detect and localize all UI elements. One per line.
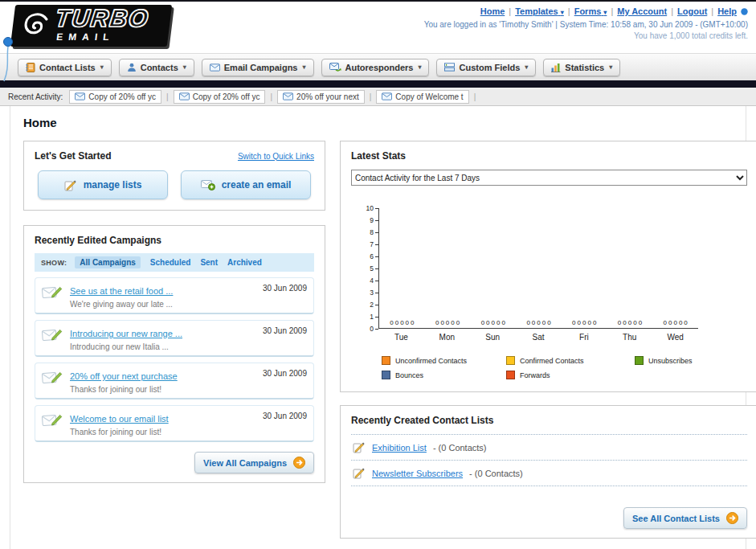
chart-value-label: 0 xyxy=(497,319,500,326)
chevron-down-icon: ▾ xyxy=(183,64,186,71)
chart-value-label: 0 xyxy=(446,319,449,326)
form-field-icon xyxy=(444,63,455,72)
recent-activity-label: Recent Activity: xyxy=(8,92,63,101)
campaigns-panel: Recently Edited Campaigns SHOW: All Camp… xyxy=(23,225,325,483)
view-all-campaigns-button[interactable]: View All Campaigns xyxy=(194,452,314,473)
envelope-pencil-icon xyxy=(42,369,63,386)
filter-archived[interactable]: Archived xyxy=(227,258,262,267)
recent-activity-item[interactable]: 20% off your next xyxy=(277,90,365,104)
campaign-title-link[interactable]: Introducing our new range ... xyxy=(70,329,182,338)
recent-activity-item[interactable]: Copy of 20% off yc xyxy=(69,90,161,104)
top-link-logout[interactable]: Logout xyxy=(677,6,707,16)
main-nav: Contact Lists▾Contacts▾Email Campaigns▾A… xyxy=(0,53,756,80)
contact-list-link[interactable]: Exhibition List xyxy=(372,443,427,453)
recent-activity-item[interactable]: Copy of Welcome t xyxy=(376,90,468,104)
stats-period-select[interactable]: Contact Activity for the Last 7 Days xyxy=(351,170,747,186)
envelope-pencil-icon xyxy=(42,412,63,428)
nav-tab-label: Email Campaigns xyxy=(224,63,298,72)
legend-swatch xyxy=(506,371,515,379)
legend-item: Unconfirmed Contacts xyxy=(382,356,506,365)
columns: Let's Get Started Switch to Quick Links … xyxy=(23,141,733,539)
view-all-campaigns-label: View All Campaigns xyxy=(203,458,287,468)
filter-all-campaigns[interactable]: All Campaigns xyxy=(75,256,140,268)
logo-title: TURBO xyxy=(54,7,150,31)
recent-activity-item-label: 20% off your next xyxy=(296,92,359,101)
campaign-item: Introducing our new range ...Introducing… xyxy=(35,320,314,357)
credits-text: You have 1,000 total credits left. xyxy=(424,31,748,40)
button-label: manage lists xyxy=(84,179,142,191)
get-started-buttons: manage listscreate an email xyxy=(35,170,314,201)
legend-swatch xyxy=(382,356,390,365)
top-link-my-account[interactable]: My Account xyxy=(617,6,667,16)
campaign-title-link[interactable]: See us at the retail food ... xyxy=(70,286,173,296)
contact-list-item: Exhibition List- (0 Contacts) xyxy=(351,434,747,461)
logo-text: TURBO EMAIL xyxy=(52,7,150,43)
see-all-contact-lists-button[interactable]: See All Contact Lists xyxy=(623,507,747,529)
nav-divider-bar xyxy=(0,80,756,88)
recent-activity-item[interactable]: Copy of 20% off yc xyxy=(174,90,266,104)
contact-list-item: Newsletter Subscribers- (0 Contacts) xyxy=(351,461,747,486)
chart-group: 00000 xyxy=(652,319,698,326)
contact-lists-title: Recently Created Contact Lists xyxy=(351,415,747,426)
legend-item: Confirmed Contacts xyxy=(506,356,635,365)
chart-value-label: 0 xyxy=(684,319,687,326)
contact-list-link[interactable]: Newsletter Subscribers xyxy=(372,469,463,478)
nav-tab-label: Statistics xyxy=(565,63,604,72)
chart-value-label: 0 xyxy=(435,319,439,326)
chevron-down-icon: ▾ xyxy=(100,64,104,71)
show-label: SHOW: xyxy=(41,259,67,267)
legend-item: Bounces xyxy=(382,371,506,379)
campaign-date: 30 Jun 2009 xyxy=(263,284,307,293)
campaign-date: 30 Jun 2009 xyxy=(263,326,307,335)
envelope-pencil-icon xyxy=(42,326,63,343)
top-link-templates[interactable]: Templates ▾ xyxy=(515,6,564,16)
separator: | xyxy=(370,92,372,101)
contact-list-count: - (0 Contacts) xyxy=(469,469,523,478)
chart-value-label: 0 xyxy=(587,319,590,326)
get-started-title: Let's Get Started xyxy=(35,150,112,162)
campaign-title-link[interactable]: Welcome to our email list xyxy=(70,414,169,424)
chart-value-label: 0 xyxy=(572,319,575,326)
pencil-icon xyxy=(353,441,366,453)
legend-item: Forwards xyxy=(506,371,635,379)
legend-label: Forwards xyxy=(520,371,550,379)
campaign-date: 30 Jun 2009 xyxy=(263,369,307,378)
separator: | xyxy=(270,92,272,101)
chart-value-label: 0 xyxy=(633,319,636,326)
filter-sent[interactable]: Sent xyxy=(200,258,218,267)
legend-swatch xyxy=(635,356,644,365)
nav-tab-custom-fields[interactable]: Custom Fields▾ xyxy=(436,59,536,76)
chevron-down-icon: ▾ xyxy=(561,9,564,16)
separator: | xyxy=(509,6,511,16)
contact-list-items: Exhibition List- (0 Contacts)Newsletter … xyxy=(351,434,747,486)
manage-lists-button[interactable]: manage lists xyxy=(38,170,168,199)
campaign-subtitle: Introducing our new Italia ... xyxy=(70,342,256,351)
top-link-home[interactable]: Home xyxy=(480,6,505,16)
separator: | xyxy=(474,92,476,101)
chart-category-label: Fri xyxy=(561,329,607,342)
nav-tab-contacts[interactable]: Contacts▾ xyxy=(119,59,194,76)
chart-value-label: 0 xyxy=(451,319,454,326)
page: TURBO EMAIL Home|Templates ▾|Forms ▾|My … xyxy=(0,2,756,549)
nav-tab-autoresponders[interactable]: Autoresponders▾ xyxy=(321,59,430,76)
switch-quick-links-link[interactable]: Switch to Quick Links xyxy=(238,152,314,161)
nav-tab-statistics[interactable]: Statistics▾ xyxy=(543,59,620,76)
top-nav-links: Home|Templates ▾|Forms ▾|My Account|Logo… xyxy=(424,6,748,16)
chart-value-label: 0 xyxy=(623,319,626,326)
top-link-forms[interactable]: Forms ▾ xyxy=(574,6,607,16)
nav-tab-email-campaigns[interactable]: Email Campaigns▾ xyxy=(202,59,314,76)
chart-category-label: Wed xyxy=(652,329,698,342)
top-link-help[interactable]: Help xyxy=(717,6,737,16)
chart-value-label: 0 xyxy=(537,319,540,326)
campaign-title-link[interactable]: 20% off your next purchase xyxy=(70,371,178,381)
chart-value-label: 0 xyxy=(628,319,631,326)
campaigns-title: Recently Edited Campaigns xyxy=(35,235,314,246)
filter-scheduled[interactable]: Scheduled xyxy=(150,258,191,267)
chart-category-label: Thu xyxy=(607,329,652,342)
chart-group: 00000 xyxy=(607,319,653,326)
logo-subtitle: EMAIL xyxy=(52,31,147,43)
contact-list-count: - (0 Contacts) xyxy=(433,443,487,453)
create-an-email-button[interactable]: create an email xyxy=(181,170,311,199)
nav-tab-contact-lists[interactable]: Contact Lists▾ xyxy=(18,59,112,76)
envelope-icon xyxy=(75,92,85,100)
